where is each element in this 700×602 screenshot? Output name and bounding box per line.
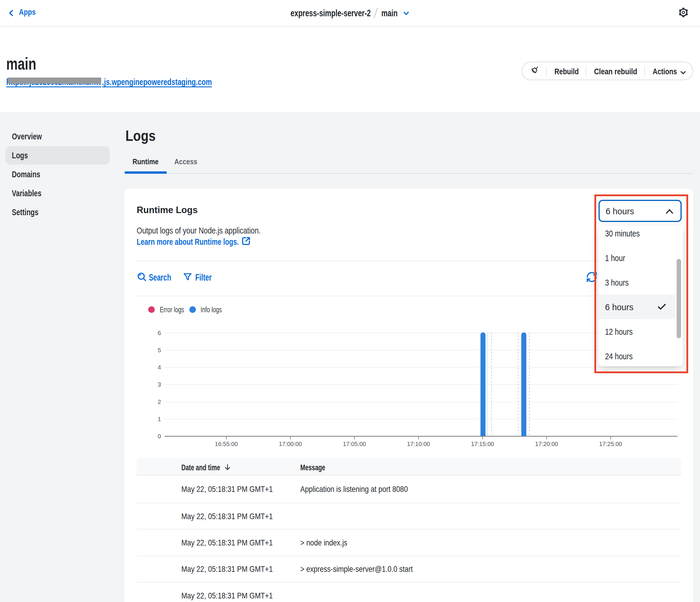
svg-text:0: 0 (158, 433, 161, 439)
svg-text:4: 4 (158, 364, 161, 370)
svg-text:17:00:00: 17:00:00 (279, 441, 302, 447)
svg-text:6: 6 (158, 330, 161, 336)
svg-text:17:15:00: 17:15:00 (471, 441, 494, 447)
svg-text:2: 2 (158, 399, 161, 405)
svg-text:16:55:00: 16:55:00 (215, 441, 238, 447)
svg-text:17:20:00: 17:20:00 (535, 441, 558, 447)
svg-text:17:10:00: 17:10:00 (407, 441, 430, 447)
svg-text:1: 1 (158, 416, 161, 423)
svg-text:5: 5 (158, 347, 161, 353)
svg-text:3: 3 (158, 381, 161, 388)
svg-text:17:25:00: 17:25:00 (599, 441, 622, 447)
svg-text:17:05:00: 17:05:00 (343, 441, 366, 447)
